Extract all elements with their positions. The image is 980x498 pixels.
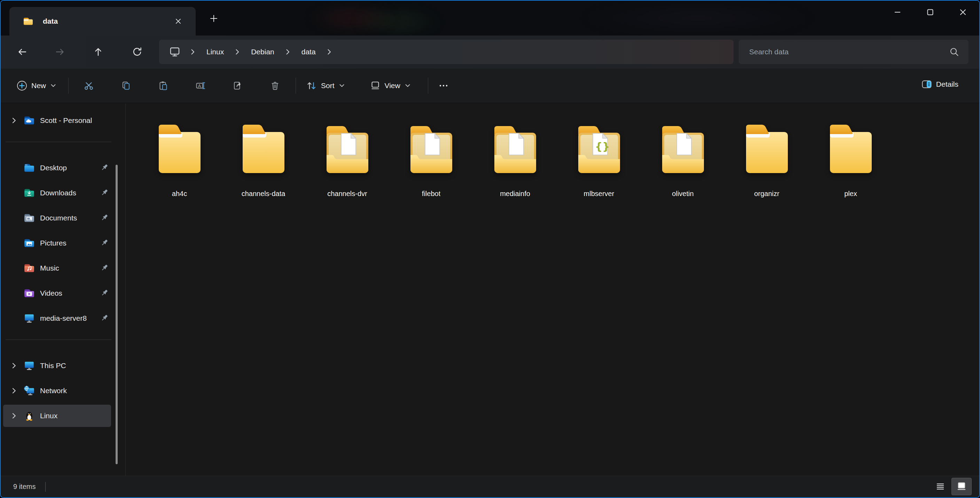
folder-item-label: organizr xyxy=(754,190,779,198)
folder-open-icon xyxy=(407,124,456,176)
pin-icon xyxy=(100,238,109,247)
paste-button[interactable] xyxy=(151,75,176,97)
folder-item[interactable]: organizr xyxy=(725,124,809,198)
sidebar-item-label: Downloads xyxy=(40,189,109,197)
delete-button[interactable] xyxy=(262,75,288,97)
folder-closed-icon xyxy=(239,124,288,176)
status-divider xyxy=(45,482,46,492)
forward-button[interactable] xyxy=(50,42,70,62)
plus-icon xyxy=(208,13,220,24)
desktop-folder-icon xyxy=(23,162,35,174)
minimize-button[interactable] xyxy=(881,1,914,24)
sidebar-item-linux[interactable]: Linux xyxy=(3,405,111,427)
plus-circle-icon xyxy=(16,80,28,92)
folder-item[interactable]: channels-dvr xyxy=(305,124,389,198)
folder-closed-icon xyxy=(155,124,204,176)
magnifier-icon[interactable] xyxy=(948,46,960,58)
cut-button[interactable] xyxy=(76,75,101,97)
breadcrumb-data[interactable]: data xyxy=(300,46,317,58)
file-explorer-window: data xyxy=(0,0,980,498)
details-view-toggle[interactable] xyxy=(932,478,949,495)
maximize-button[interactable] xyxy=(914,1,947,24)
sidebar-item-pictures[interactable]: Pictures xyxy=(3,232,111,254)
titlebar-tint xyxy=(352,8,443,35)
new-button[interactable]: New xyxy=(11,76,62,95)
large-thumbnails-view-toggle[interactable] xyxy=(951,478,972,495)
folder-item[interactable]: mlbserver xyxy=(557,124,641,198)
close-button[interactable] xyxy=(947,1,979,24)
chevron-right-icon[interactable] xyxy=(8,361,20,371)
search-input[interactable]: Search data xyxy=(739,40,969,64)
up-arrow-icon xyxy=(92,46,104,58)
rename-button[interactable]: A xyxy=(188,75,213,97)
file-action-buttons: A xyxy=(76,75,288,97)
sidebar-item-music[interactable]: Music xyxy=(3,257,111,279)
breadcrumb-debian[interactable]: Debian xyxy=(250,46,276,58)
close-icon xyxy=(173,16,183,27)
share-icon xyxy=(232,80,243,91)
back-button[interactable] xyxy=(13,42,32,62)
folder-open-icon xyxy=(491,124,539,176)
sidebar-item-network[interactable]: Network xyxy=(3,380,111,402)
sidebar-item-label: Desktop xyxy=(40,164,109,172)
details-pane-icon xyxy=(921,78,933,90)
folder-item[interactable]: olivetin xyxy=(641,124,725,198)
toolbar-divider xyxy=(296,78,296,94)
explorer-tab-data[interactable]: data xyxy=(10,7,196,35)
pin-icon xyxy=(100,313,109,323)
folder-item[interactable]: channels-data xyxy=(221,124,305,198)
search-placeholder: Search data xyxy=(749,48,789,56)
pin-icon xyxy=(100,213,109,222)
sidebar-item-this-pc[interactable]: This PC xyxy=(3,355,111,377)
refresh-button[interactable] xyxy=(127,42,147,62)
sidebar-scrollbar[interactable] xyxy=(116,165,118,464)
share-button[interactable] xyxy=(225,75,250,97)
chevron-right-icon[interactable] xyxy=(8,411,20,421)
folder-closed-icon xyxy=(743,124,791,176)
sidebar-item-videos[interactable]: Videos xyxy=(3,282,111,304)
folder-item-label: filebot xyxy=(422,190,441,198)
copy-button[interactable] xyxy=(113,75,138,97)
refresh-icon xyxy=(131,46,143,58)
folder-item-label: plex xyxy=(844,190,857,198)
sidebar-item-downloads[interactable]: Downloads xyxy=(3,182,111,204)
titlebar: data xyxy=(1,1,979,35)
new-tab-button[interactable] xyxy=(205,10,223,27)
sidebar-item-label: Scott - Personal xyxy=(40,116,109,125)
status-bar: 9 items xyxy=(1,476,979,497)
folder-item[interactable]: plex xyxy=(809,124,892,198)
folder-item[interactable]: filebot xyxy=(389,124,473,198)
folder-item-label: olivetin xyxy=(672,190,694,198)
forward-arrow-icon xyxy=(54,46,66,58)
chevron-right-icon[interactable] xyxy=(8,386,20,396)
address-bar[interactable]: Linux Debian data xyxy=(159,40,733,64)
maximize-icon xyxy=(924,6,936,18)
navigation-pane: Scott - Personal Desktop xyxy=(1,103,125,477)
folder-item[interactable]: mediainfo xyxy=(473,124,557,198)
up-button[interactable] xyxy=(88,42,108,62)
downloads-folder-icon xyxy=(23,187,35,199)
sort-button[interactable]: Sort xyxy=(301,76,351,95)
sort-arrows-icon xyxy=(305,80,318,92)
chevron-down-icon xyxy=(404,82,412,89)
breadcrumb-linux[interactable]: Linux xyxy=(205,46,225,58)
sidebar-item-scott-personal[interactable]: Scott - Personal xyxy=(3,109,111,132)
folder-item[interactable]: ah4c xyxy=(137,124,221,198)
sidebar-item-media-server[interactable]: media-server8 xyxy=(3,307,111,329)
chevron-right-icon[interactable] xyxy=(8,116,20,126)
sidebar-item-documents[interactable]: Documents xyxy=(3,207,111,229)
address-row: Linux Debian data Search data xyxy=(1,35,979,68)
chevron-right-icon xyxy=(188,47,197,56)
sidebar-item-label: Linux xyxy=(40,412,109,420)
tab-close-button[interactable] xyxy=(170,14,186,28)
sidebar-item-desktop[interactable]: Desktop xyxy=(3,157,111,179)
content-area: Scott - Personal Desktop xyxy=(1,103,979,477)
see-more-button[interactable] xyxy=(433,75,455,97)
folder-open-icon xyxy=(323,124,372,176)
sidebar-separator xyxy=(6,339,111,340)
folder-open-json-icon xyxy=(575,124,624,176)
details-button[interactable]: Details xyxy=(916,75,967,94)
view-button[interactable]: View xyxy=(364,76,416,95)
folder-closed-icon xyxy=(826,124,875,176)
music-folder-icon xyxy=(23,262,35,274)
